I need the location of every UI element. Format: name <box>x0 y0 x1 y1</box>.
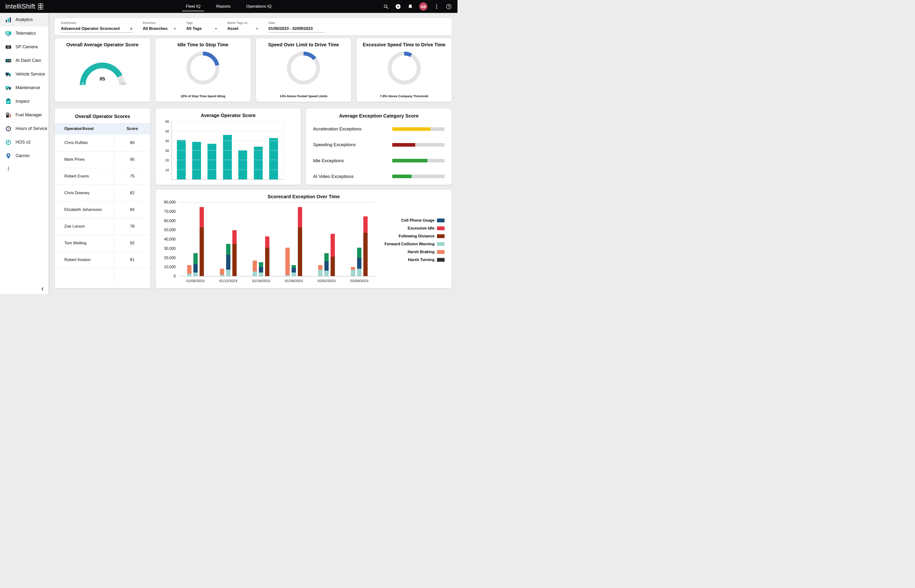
card-title: Average Operator Score <box>160 113 296 118</box>
y-tick-label: 50,000 <box>164 228 176 232</box>
bar-segment-excessive-idle <box>330 234 335 257</box>
nav-tab-fleet-iq[interactable]: Fleet IQ <box>181 0 205 13</box>
nav-tab-reports[interactable]: Reports <box>212 0 235 13</box>
legend-label: Excessive Idle <box>408 226 434 231</box>
bar-segment-following-distance <box>232 244 236 276</box>
sp-camera-icon <box>5 44 12 51</box>
card-title: Speed Over Limit to Drive Time <box>268 42 339 47</box>
card-average-operator-score: Average Operator Score 102030405060 <box>155 108 301 185</box>
operator-name: Tom Welling <box>55 235 114 252</box>
bar-segment-forward-collision-warning <box>324 271 329 276</box>
y-tick-label: 40 <box>165 139 169 143</box>
bar-segment-excessive-idle <box>232 230 236 244</box>
operator-name: Elizabeth Johansson <box>55 201 114 218</box>
sidebar-item-hours-of-service[interactable]: Hours of Service <box>0 122 49 136</box>
charts-band: Overall Operator Scores Operator/AssetSc… <box>55 108 452 288</box>
legend-item: Excessive Idle <box>376 226 445 231</box>
operator-name: Chris Downey <box>55 185 114 201</box>
exception-score-bar <box>392 143 445 147</box>
exception-score-bar <box>392 174 445 178</box>
operator-score: 75 <box>114 168 151 185</box>
operator-name: Mark Pines <box>55 151 114 168</box>
sidebar-item-sp-camera[interactable]: SP Camera <box>0 40 49 54</box>
sidebar-item-label: Garmin <box>16 153 30 158</box>
bar-segment-harsh-turning <box>357 248 361 258</box>
bar-segment-excessive-idle <box>265 236 269 247</box>
bar <box>177 140 186 179</box>
search-icon[interactable] <box>383 3 389 10</box>
help-icon[interactable]: ? <box>445 3 452 10</box>
sidebar-item-label: AI Dash Cam <box>16 58 41 63</box>
bar-segment-following-distance <box>363 233 368 276</box>
y-tick-label: 80,000 <box>164 200 176 204</box>
legend-item: Harsh Braking <box>376 250 445 254</box>
stacked-bar <box>324 202 329 276</box>
date-value: 01/05/2023 - 02/09/2023 <box>269 26 313 31</box>
exception-score-fill <box>392 127 431 131</box>
play-icon[interactable] <box>395 3 401 10</box>
dropdown-caret-icon: ▼ <box>215 27 217 30</box>
x-tick-label: 01/19/2023 <box>245 279 277 283</box>
bar <box>254 147 263 179</box>
exception-category-row: AI Video Exceptions <box>313 174 445 179</box>
match-tags-select[interactable]: Asset ▼ <box>227 26 258 31</box>
dashboard-input[interactable]: Advanced Operator Scorecard × <box>61 26 133 32</box>
clear-icon[interactable]: × <box>130 27 133 31</box>
stacked-bar <box>330 202 335 276</box>
bar-segment-harsh-braking <box>220 269 224 275</box>
sidebar-item-label: Fuel Manager <box>16 113 42 118</box>
sidebar-item-hos-v2[interactable]: HOS v2 <box>0 136 49 149</box>
y-tick-label: 40,000 <box>164 237 176 241</box>
branches-select[interactable]: All Branches ▼ <box>143 26 176 31</box>
sidebar-item-ai-dash-cam[interactable]: AI Dash Cam <box>0 54 49 67</box>
garmin-icon <box>5 152 12 160</box>
legend-label: Forward Collision Warning <box>385 242 434 246</box>
main-content: Dashboard Advanced Operator Scorecard × … <box>49 13 458 294</box>
nav-tab-operations-iq[interactable]: Operations IQ <box>241 0 276 13</box>
legend-swatch <box>437 250 445 254</box>
stacked-bar <box>363 202 368 276</box>
stacked-bar <box>199 202 204 276</box>
mid-charts-row: Average Operator Score 102030405060 Aver… <box>155 108 452 185</box>
sidebar-item-label: Telematics <box>16 31 36 36</box>
kebab-menu-icon[interactable] <box>433 3 440 10</box>
stacked-bar <box>232 202 236 276</box>
bar-segment-forward-collision-warning <box>220 275 224 276</box>
card-title: Scorecard Exception Over Time <box>161 194 447 199</box>
sidebar-item-analytics[interactable]: Analytics <box>0 13 49 26</box>
exception-category-label: Idle Exceptions <box>313 158 344 163</box>
sidebar-item-fuel-manager[interactable]: Fuel Manager <box>0 108 49 122</box>
stacked-bar <box>265 202 269 276</box>
filter-date: Date 01/05/2023 - 02/09/2023 <box>269 21 325 32</box>
tags-select[interactable]: All Tags ▼ <box>186 26 217 31</box>
chart-legend: Cell Phone UsageExcessive IdleFollowing … <box>376 202 447 285</box>
bar-group <box>245 202 277 276</box>
notifications-icon[interactable] <box>407 3 413 10</box>
x-axis-labels: 01/05/202301/12/202301/19/202301/26/2023… <box>161 276 376 285</box>
dashboard-value: Advanced Operator Scorecard <box>61 26 120 31</box>
sidebar-item-inspect[interactable]: Inspect <box>0 95 49 108</box>
bar-segment-forward-collision-warning <box>318 270 322 276</box>
bar-segment-forward-collision-warning <box>226 270 230 276</box>
gauge-value: 85 <box>76 76 129 82</box>
sidebar-more-icon[interactable] <box>0 163 12 172</box>
avatar[interactable]: AB <box>419 2 428 11</box>
y-tick-label: 50 <box>165 129 169 133</box>
dropdown-caret-icon: ▼ <box>173 27 176 30</box>
bar-segment-harsh-braking <box>187 265 191 274</box>
sidebar-item-maintenance[interactable]: Maintenance <box>0 81 49 95</box>
date-input[interactable]: 01/05/2023 - 02/09/2023 <box>269 26 325 32</box>
legend-item: Following Distance <box>376 234 445 238</box>
bar-segment-forward-collision-warning <box>351 270 355 276</box>
sidebar-item-label: SP Camera <box>16 44 38 49</box>
sidebar-item-label: HOS v2 <box>16 140 31 145</box>
operator-scores-table: Operator/AssetScore Chris Ruffalo80Mark … <box>55 123 151 285</box>
sidebar-item-garmin[interactable]: Garmin <box>0 149 49 163</box>
table-row: Chris Ruffalo80 <box>55 134 151 151</box>
table-row: Zoe Larson78 <box>55 218 151 235</box>
filter-label: Match Tags on <box>227 21 258 24</box>
table-row: Robert Evans75 <box>55 168 151 185</box>
sidebar-item-telematics[interactable]: Telematics <box>0 26 49 40</box>
sidebar-collapse-icon[interactable]: ‹ <box>41 284 44 292</box>
sidebar-item-vehicle-service[interactable]: Vehicle Service <box>0 67 49 81</box>
